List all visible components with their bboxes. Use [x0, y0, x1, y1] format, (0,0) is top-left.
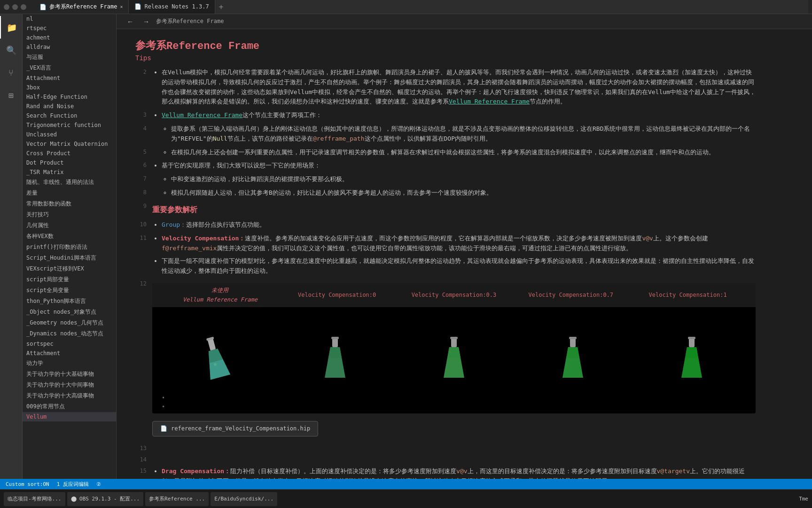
line-content-12: 未使用 Vellum Reference Frame Velocity Comp…	[152, 279, 756, 440]
line-num-14: 14	[135, 455, 147, 463]
svg-rect-18	[688, 337, 695, 339]
sidebar-item-object-nodes[interactable]: _Object nodes_对象节点	[23, 307, 116, 318]
line-11: 11 Velocity Compensation：速度补偿。参考系的加减速变化会…	[135, 234, 756, 276]
sidebar-item-rand-nonlinear[interactable]: 随机、非线性、通用的法法	[23, 177, 116, 188]
vel-col-03: Velocity Compensation:0.3	[396, 291, 513, 300]
sidebar-item-tsr[interactable]: _TSR Matrix	[23, 167, 116, 177]
taskbar-label-3: 参考系Reference ...	[149, 495, 205, 502]
sidebar-item-half-edge[interactable]: Half-Edge Function	[23, 92, 116, 102]
sidebar-item-tips[interactable]: 关打技巧	[23, 209, 116, 220]
sidebar-item-dynamics-mid[interactable]: 关于动力学的十大中间事物	[23, 380, 116, 390]
flask-2	[276, 335, 395, 387]
sidebar-item-alldraw[interactable]: alldraw	[23, 42, 116, 52]
sidebar-item-vex[interactable]: _VEX语言	[23, 63, 116, 73]
sidebar-item-attachment2[interactable]: Attachment	[23, 349, 116, 358]
sidebar-item-python[interactable]: thon_Python脚本语言	[23, 296, 116, 307]
group-label: Group：	[162, 221, 186, 228]
source-control-icon[interactable]: ⑂	[0, 61, 23, 84]
vel-comp-label: Velocity Compensation：	[162, 235, 245, 242]
sidebar-item-geom-prop[interactable]: 几何属性	[23, 220, 116, 231]
sidebar-item-attachment[interactable]: Attachment	[23, 73, 116, 83]
sidebar-item-vector[interactable]: Vector Matrix Quaternion	[23, 139, 116, 149]
extensions-icon[interactable]: ⊞	[0, 84, 23, 106]
sidebar-item-dynamics[interactable]: 动力学	[23, 358, 116, 369]
sidebar-item-yunjin[interactable]: 与运服	[23, 52, 116, 63]
svg-rect-10	[450, 337, 458, 339]
edit-status: 1 反应词编辑	[57, 481, 89, 488]
svg-marker-20	[685, 347, 698, 358]
flask-4	[513, 335, 632, 387]
sidebar-item-vexscript[interactable]: VEXscript迁移到VEX	[23, 263, 116, 274]
minimize-btn[interactable]	[4, 4, 9, 10]
line-8: 8 模拟几何跟随超人运动，但让其参考B的运动，好比让超人的披风不要参考超人的运动…	[135, 188, 756, 198]
sidebar-item-achment[interactable]: achment	[23, 33, 116, 42]
sidebar-item-search[interactable]: Search Function	[23, 111, 116, 120]
tab-close-btn[interactable]: ×	[120, 4, 123, 9]
taskbar-item-obs[interactable]: ⬤ OBS 29.1.3 - 配置...	[67, 492, 144, 506]
sidebar-item-global-var[interactable]: script全局变量	[23, 285, 116, 296]
sidebar-item-rtspec[interactable]: rtspec	[23, 24, 116, 33]
line-content-2: 在Vellum模拟中，模拟几何经常需要跟着某个动画几何运动，好比旗杆上的旗帜、舞…	[152, 68, 756, 107]
sidebar-item-geom-nodes[interactable]: _Geometry nodes_几何节点	[23, 318, 116, 328]
sidebar-item-delta[interactable]: 差量	[23, 188, 116, 198]
velocity-demo-block: 未使用 Vellum Reference Frame Velocity Comp…	[152, 283, 756, 413]
sidebar-item-sortspec[interactable]: sortspec	[23, 339, 116, 349]
sidebar-item-common[interactable]: 常用数影数的函数	[23, 198, 116, 209]
vel-label-07: Velocity Compensation:0.7	[528, 292, 613, 298]
sidebar-item-dynamics-nodes[interactable]: _Dynamics nodes_动态节点	[23, 328, 116, 339]
section-heading-params: 重要参数解析	[152, 204, 756, 216]
line-7: 7 中和变速激烈的运动，好比让舞蹈演员的裙摆摆动不要那么积极。	[135, 175, 756, 184]
v-at-v: v@v	[642, 235, 653, 242]
sidebar-item-box[interactable]: 3box	[23, 83, 116, 92]
vellum-ref-link[interactable]: Vellum Reference Frame	[449, 98, 530, 105]
back-btn[interactable]: ←	[124, 17, 136, 26]
line-content-8: 模拟几何跟随超人运动，但让其参考B的运动，好比让超人的披风不要参考超人的运动，而…	[152, 188, 756, 198]
sidebar-item-unclassed[interactable]: Unclassed	[23, 130, 116, 139]
taskbar-label-4: E/BaiduSyncdisk/...	[214, 496, 273, 502]
sidebar-item-vex-num[interactable]: 各种VEX数	[23, 231, 116, 242]
taskbar-item-临态[interactable]: 临态项目-考察网络...	[4, 492, 65, 506]
vellum-ref-link-2[interactable]: Vellum Reference Frame	[162, 111, 242, 119]
explorer-icon[interactable]: 📁	[0, 16, 23, 39]
svg-marker-16	[566, 347, 579, 358]
line-num-4: 4	[135, 124, 147, 132]
tab-reference-frame[interactable]: 📄 参考系Reference Frame ×	[34, 0, 129, 14]
file-download-btn[interactable]: 📄 reference_frame_Velocity_Compensation.…	[152, 421, 318, 437]
sidebar-item-dot[interactable]: Dot Product	[23, 158, 116, 167]
sidebar-item-dynamics-adv[interactable]: 关于动力学的十大高级事物	[23, 390, 116, 401]
line-num-8: 8	[135, 188, 147, 196]
taskbar-item-reference[interactable]: 参考系Reference ...	[145, 492, 209, 506]
maximize-btn[interactable]	[12, 4, 18, 10]
sidebar-item-dynamics-basic[interactable]: 关于动力学的十大基础事物	[23, 369, 116, 380]
vel-label-0: Velocity Compensation:0	[298, 292, 376, 298]
tab-icon-2: 📄	[134, 3, 141, 10]
line-15: 15 Drag Compensation：阻力补偿（目标速度补偿）。上面的速度补…	[135, 467, 756, 479]
tab-release-notes[interactable]: 📄 Release Notes 1.3.7	[129, 0, 215, 14]
sidebar-item-009[interactable]: 009的常用节点	[23, 401, 116, 412]
sidebar-item-local-var[interactable]: script局部变量	[23, 274, 116, 285]
line-content-10: Group：选择部分点执行该节点功能。	[152, 220, 756, 230]
tips-label: Tips	[135, 55, 756, 62]
sidebar-item-cross[interactable]: Cross Product	[23, 149, 116, 158]
sidebar-item-vellum[interactable]: Vellum	[23, 412, 116, 421]
page-content: 参考系Reference Frame Tips 2 在Vellum模拟中，模拟几…	[117, 29, 774, 479]
search-icon[interactable]: 🔍	[0, 39, 23, 61]
page-title: 参考系Reference Frame	[135, 39, 756, 53]
v-targetv: v@targetv	[657, 468, 690, 475]
velocity-demo-area	[152, 307, 756, 392]
vel-label-1: Velocity Compensation:1	[649, 292, 727, 298]
tab-add-btn[interactable]: +	[215, 2, 227, 11]
forward-btn[interactable]: →	[140, 17, 152, 26]
sidebar-item-trig[interactable]: Trigonometric function	[23, 120, 116, 130]
sidebar-item-nl[interactable]: nl	[23, 14, 116, 24]
sidebar-item-script-houdini[interactable]: Script_Houdini脚本语言	[23, 253, 116, 263]
line-3: 3 Vellum Reference Frame这个节点主要做了两项工作：	[135, 111, 756, 120]
taskbar-item-baidu[interactable]: E/BaiduSyncdisk/...	[211, 492, 277, 506]
system-time: Tme	[799, 496, 808, 502]
content-area[interactable]: ← → 参考系Reference Frame 参考系Reference Fram…	[117, 14, 812, 479]
sidebar-item-rand[interactable]: Rand and Noise	[23, 102, 116, 111]
sidebar-item-printf[interactable]: printf()打印数的语法	[23, 242, 116, 253]
velocity-header: 未使用 Vellum Reference Frame Velocity Comp…	[152, 283, 756, 307]
close-btn[interactable]	[21, 4, 26, 10]
flask-svg-1	[202, 335, 230, 387]
